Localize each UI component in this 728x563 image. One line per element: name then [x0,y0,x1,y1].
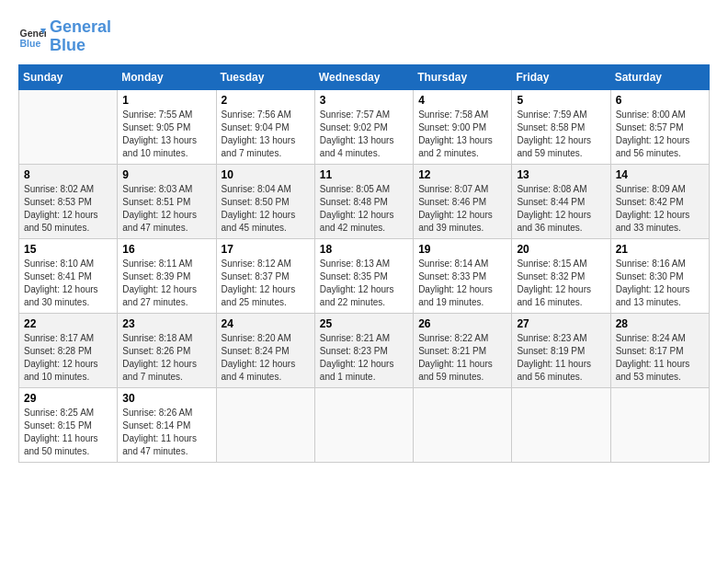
logo-text: GeneralBlue [50,18,111,55]
day-cell-8: 8 Sunrise: 8:02 AMSunset: 8:53 PMDayligh… [19,164,118,238]
empty-cell [414,387,512,462]
day-number: 27 [517,317,605,330]
day-cell-4: 4 Sunrise: 7:58 AMSunset: 9:00 PMDayligh… [414,89,512,164]
day-number: 25 [320,317,408,330]
empty-cell [216,387,314,462]
day-info: Sunrise: 8:25 AMSunset: 8:15 PMDaylight:… [24,408,98,456]
day-header-sunday: Sunday [19,64,118,89]
day-cell-20: 20 Sunrise: 8:15 AMSunset: 8:32 PMDaylig… [512,238,610,313]
day-number: 15 [24,243,112,256]
day-number: 6 [616,94,704,107]
day-number: 8 [24,168,112,181]
day-number: 19 [418,243,506,256]
day-info: Sunrise: 7:58 AMSunset: 9:00 PMDaylight:… [418,109,493,158]
day-number: 10 [222,168,310,181]
day-cell-30: 30 Sunrise: 8:26 AMSunset: 8:14 PMDaylig… [118,387,216,462]
day-info: Sunrise: 8:07 AMSunset: 8:46 PMDaylight:… [418,184,493,233]
day-info: Sunrise: 8:21 AMSunset: 8:23 PMDaylight:… [320,333,394,382]
day-header-thursday: Thursday [414,64,512,89]
day-number: 17 [222,243,310,256]
day-info: Sunrise: 8:11 AMSunset: 8:39 PMDaylight:… [122,259,197,307]
day-header-tuesday: Tuesday [216,64,314,89]
day-header-wednesday: Wednesday [314,64,413,89]
empty-cell [19,89,118,164]
day-number: 29 [24,392,112,405]
day-number: 11 [320,168,408,181]
day-number: 12 [418,168,506,181]
day-number: 14 [616,168,704,181]
day-info: Sunrise: 8:04 AMSunset: 8:50 PMDaylight:… [222,184,296,233]
day-cell-13: 13 Sunrise: 8:08 AMSunset: 8:44 PMDaylig… [512,164,610,238]
day-cell-2: 2 Sunrise: 7:56 AMSunset: 9:04 PMDayligh… [216,89,314,164]
week-row-4: 22 Sunrise: 8:17 AMSunset: 8:28 PMDaylig… [19,313,710,387]
day-number: 3 [320,94,408,107]
day-header-saturday: Saturday [610,64,709,89]
day-cell-19: 19 Sunrise: 8:14 AMSunset: 8:33 PMDaylig… [414,238,512,313]
day-cell-14: 14 Sunrise: 8:09 AMSunset: 8:42 PMDaylig… [610,164,709,238]
day-number: 13 [517,168,605,181]
day-cell-15: 15 Sunrise: 8:10 AMSunset: 8:41 PMDaylig… [19,238,118,313]
day-cell-11: 11 Sunrise: 8:05 AMSunset: 8:48 PMDaylig… [314,164,413,238]
day-cell-22: 22 Sunrise: 8:17 AMSunset: 8:28 PMDaylig… [19,313,118,387]
week-row-1: 1 Sunrise: 7:55 AMSunset: 9:05 PMDayligh… [19,89,710,164]
calendar-table: SundayMondayTuesdayWednesdayThursdayFrid… [18,64,710,463]
day-info: Sunrise: 8:14 AMSunset: 8:33 PMDaylight:… [418,259,493,307]
day-cell-17: 17 Sunrise: 8:12 AMSunset: 8:37 PMDaylig… [216,238,314,313]
day-info: Sunrise: 7:59 AMSunset: 8:58 PMDaylight:… [517,109,591,158]
empty-cell [512,387,610,462]
page-header: General Blue GeneralBlue [18,18,710,55]
day-number: 5 [517,94,605,107]
week-row-5: 29 Sunrise: 8:25 AMSunset: 8:15 PMDaylig… [19,387,710,462]
day-number: 22 [24,317,112,330]
day-cell-25: 25 Sunrise: 8:21 AMSunset: 8:23 PMDaylig… [314,313,413,387]
week-row-3: 15 Sunrise: 8:10 AMSunset: 8:41 PMDaylig… [19,238,710,313]
day-number: 2 [222,94,310,107]
day-number: 23 [122,317,210,330]
day-number: 21 [616,243,704,256]
day-cell-21: 21 Sunrise: 8:16 AMSunset: 8:30 PMDaylig… [610,238,709,313]
day-cell-29: 29 Sunrise: 8:25 AMSunset: 8:15 PMDaylig… [19,387,118,462]
day-info: Sunrise: 8:23 AMSunset: 8:19 PMDaylight:… [517,333,591,382]
day-info: Sunrise: 8:24 AMSunset: 8:17 PMDaylight:… [616,333,690,382]
day-info: Sunrise: 8:08 AMSunset: 8:44 PMDaylight:… [517,184,591,233]
day-info: Sunrise: 8:05 AMSunset: 8:48 PMDaylight:… [320,184,394,233]
day-number: 30 [122,392,210,405]
day-info: Sunrise: 8:00 AMSunset: 8:57 PMDaylight:… [616,109,690,158]
day-info: Sunrise: 7:57 AMSunset: 9:02 PMDaylight:… [320,109,394,158]
day-number: 9 [122,168,210,181]
day-cell-23: 23 Sunrise: 8:18 AMSunset: 8:26 PMDaylig… [118,313,216,387]
day-header-friday: Friday [512,64,610,89]
day-info: Sunrise: 8:09 AMSunset: 8:42 PMDaylight:… [616,184,690,233]
day-number: 4 [418,94,506,107]
day-cell-10: 10 Sunrise: 8:04 AMSunset: 8:50 PMDaylig… [216,164,314,238]
week-row-2: 8 Sunrise: 8:02 AMSunset: 8:53 PMDayligh… [19,164,710,238]
day-info: Sunrise: 8:02 AMSunset: 8:53 PMDaylight:… [24,184,98,233]
day-cell-3: 3 Sunrise: 7:57 AMSunset: 9:02 PMDayligh… [314,89,413,164]
day-number: 26 [418,317,506,330]
day-info: Sunrise: 8:20 AMSunset: 8:24 PMDaylight:… [222,333,296,382]
day-cell-24: 24 Sunrise: 8:20 AMSunset: 8:24 PMDaylig… [216,313,314,387]
logo-icon: General Blue [18,23,46,51]
empty-cell [314,387,413,462]
day-cell-18: 18 Sunrise: 8:13 AMSunset: 8:35 PMDaylig… [314,238,413,313]
day-cell-6: 6 Sunrise: 8:00 AMSunset: 8:57 PMDayligh… [610,89,709,164]
day-number: 28 [616,317,704,330]
day-cell-26: 26 Sunrise: 8:22 AMSunset: 8:21 PMDaylig… [414,313,512,387]
day-info: Sunrise: 8:15 AMSunset: 8:32 PMDaylight:… [517,259,591,307]
day-header-monday: Monday [118,64,216,89]
day-info: Sunrise: 8:17 AMSunset: 8:28 PMDaylight:… [24,333,98,382]
day-info: Sunrise: 8:26 AMSunset: 8:14 PMDaylight:… [122,408,197,456]
day-number: 16 [122,243,210,256]
day-number: 1 [122,94,210,107]
day-info: Sunrise: 8:18 AMSunset: 8:26 PMDaylight:… [122,333,197,382]
day-info: Sunrise: 8:12 AMSunset: 8:37 PMDaylight:… [222,259,296,307]
day-cell-27: 27 Sunrise: 8:23 AMSunset: 8:19 PMDaylig… [512,313,610,387]
logo: General Blue GeneralBlue [18,18,111,55]
svg-text:Blue: Blue [20,37,41,48]
day-info: Sunrise: 8:10 AMSunset: 8:41 PMDaylight:… [24,259,98,307]
day-cell-5: 5 Sunrise: 7:59 AMSunset: 8:58 PMDayligh… [512,89,610,164]
day-cell-28: 28 Sunrise: 8:24 AMSunset: 8:17 PMDaylig… [610,313,709,387]
day-header-row: SundayMondayTuesdayWednesdayThursdayFrid… [19,64,710,89]
day-cell-9: 9 Sunrise: 8:03 AMSunset: 8:51 PMDayligh… [118,164,216,238]
day-cell-1: 1 Sunrise: 7:55 AMSunset: 9:05 PMDayligh… [118,89,216,164]
